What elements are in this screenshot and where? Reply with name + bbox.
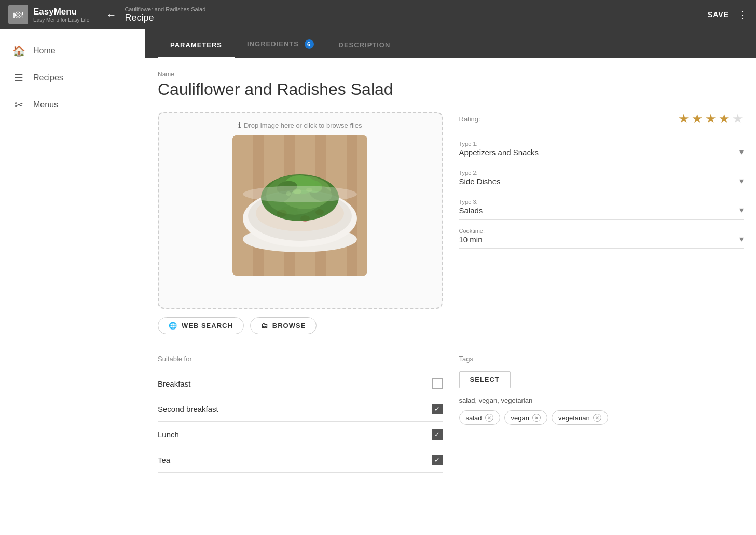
cooktime-label: Cooktime: [459, 228, 740, 234]
star-1[interactable]: ★ [678, 112, 690, 126]
suitable-item-lunch: Lunch [158, 422, 443, 447]
tag-salad-remove[interactable]: ✕ [485, 414, 493, 422]
sidebar: 🏠 Home ☰ Recipes ✂ Menus [0, 29, 145, 535]
type2-dropdown-icon[interactable]: ▾ [739, 176, 744, 186]
suitable-item-breakfast: Breakfast [158, 371, 443, 396]
more-button[interactable]: ⋮ [737, 8, 748, 21]
tag-vegan-label: vegan [511, 414, 529, 422]
logo-subtitle: Easy Menu for Easy Life [33, 17, 89, 23]
tag-chip-salad: salad ✕ [459, 410, 500, 425]
rating-row: Rating: ★ ★ ★ ★ ★ [459, 112, 744, 126]
suitable-col: Suitable for Breakfast Second breakfast … [158, 355, 443, 473]
menus-icon: ✂ [12, 99, 25, 111]
image-hint: ℹ Drop image here or click to browse fil… [238, 121, 362, 129]
tag-chip-vegetarian: vegetarian ✕ [552, 410, 608, 425]
star-5[interactable]: ★ [732, 112, 744, 126]
app-header: 🍽 EasyMenu Easy Menu for Easy Life ← Cau… [0, 0, 756, 29]
sidebar-item-recipes-label: Recipes [33, 73, 63, 83]
type1-inner: Type 1: Appetizers and Snacks [459, 141, 740, 157]
sidebar-item-menus[interactable]: ✂ Menus [0, 91, 145, 118]
type1-value: Appetizers and Snacks [459, 148, 740, 157]
tea-checkbox[interactable] [432, 455, 443, 465]
content-area: PARAMETERS INGREDIENTS 6 DESCRIPTION Nam… [145, 29, 756, 535]
star-4[interactable]: ★ [719, 112, 730, 126]
cooktime-field: Cooktime: 10 min ▾ [459, 224, 744, 249]
hint-icon: ℹ [238, 121, 241, 129]
back-button[interactable]: ← [102, 7, 120, 23]
web-search-icon: 🌐 [169, 322, 177, 330]
tag-chips: salad ✕ vegan ✕ vegetarian ✕ [459, 410, 744, 425]
second-breakfast-checkbox[interactable] [432, 404, 443, 414]
ingredients-badge: 6 [305, 39, 314, 49]
web-search-button[interactable]: 🌐 WEB SEARCH [158, 317, 244, 334]
save-button[interactable]: SAVE [708, 10, 729, 19]
type3-value: Salads [459, 206, 740, 215]
breadcrumb-sub: Cauliflower and Radishes Salad [125, 6, 205, 12]
tab-ingredients[interactable]: INGREDIENTS 6 [235, 31, 326, 58]
star-2[interactable]: ★ [692, 112, 703, 126]
breadcrumb: Cauliflower and Radishes Salad Recipe [125, 6, 205, 23]
right-col: Rating: ★ ★ ★ ★ ★ Type 1: App [459, 112, 744, 334]
tag-vegan-remove[interactable]: ✕ [532, 414, 541, 422]
tag-vegetarian-remove[interactable]: ✕ [593, 414, 601, 422]
type1-label: Type 1: [459, 141, 740, 147]
type3-label: Type 3: [459, 199, 740, 205]
suitable-item-tea: Tea [158, 447, 443, 473]
type2-label: Type 2: [459, 170, 740, 176]
type2-value: Side Dishes [459, 177, 740, 186]
type3-field: Type 3: Salads ▾ [459, 195, 744, 220]
breakfast-checkbox[interactable] [432, 378, 443, 389]
tags-title: Tags [459, 355, 744, 363]
food-image [232, 135, 367, 276]
tags-text: salad, vegan, vegetarian [459, 396, 744, 404]
image-upload-area[interactable]: ℹ Drop image here or click to browse fil… [158, 112, 443, 309]
logo-icon: 🍽 [8, 5, 28, 24]
name-field: Name Cauliflower and Radishes Salad [158, 71, 744, 99]
logo-title: EasyMenu [33, 7, 89, 17]
type1-dropdown-icon[interactable]: ▾ [739, 147, 744, 157]
lunch-checkbox[interactable] [432, 429, 443, 440]
tag-salad-label: salad [466, 414, 482, 422]
browse-icon: 🗂 [261, 322, 268, 330]
recipes-icon: ☰ [12, 72, 25, 84]
svg-point-27 [243, 186, 357, 202]
left-col: ℹ Drop image here or click to browse fil… [158, 112, 443, 334]
sidebar-item-recipes[interactable]: ☰ Recipes [0, 64, 145, 91]
cooktime-dropdown-icon[interactable]: ▾ [739, 234, 744, 244]
rating-label: Rating: [459, 115, 480, 123]
home-icon: 🏠 [12, 45, 25, 57]
breakfast-label: Breakfast [158, 379, 190, 388]
browse-button[interactable]: 🗂 BROWSE [250, 317, 317, 334]
star-3[interactable]: ★ [705, 112, 717, 126]
name-label: Name [158, 71, 744, 78]
scroll-content: Name Cauliflower and Radishes Salad ℹ Dr… [145, 58, 756, 535]
suitable-title: Suitable for [158, 355, 443, 363]
type2-field: Type 2: Side Dishes ▾ [459, 166, 744, 190]
select-tags-button[interactable]: SELECT [459, 371, 511, 388]
type3-inner: Type 3: Salads [459, 199, 740, 215]
two-col-layout: ℹ Drop image here or click to browse fil… [158, 112, 744, 334]
type3-dropdown-icon[interactable]: ▾ [739, 205, 744, 215]
stars[interactable]: ★ ★ ★ ★ ★ [678, 112, 744, 126]
type2-inner: Type 2: Side Dishes [459, 170, 740, 186]
sidebar-item-menus-label: Menus [33, 100, 58, 109]
header-nav: ← Cauliflower and Radishes Salad Recipe [102, 6, 708, 23]
sidebar-item-home[interactable]: 🏠 Home [0, 37, 145, 64]
header-actions: SAVE ⋮ [708, 8, 748, 21]
cooktime-inner: Cooktime: 10 min [459, 228, 740, 244]
tab-parameters[interactable]: PARAMETERS [158, 33, 235, 58]
breadcrumb-title: Recipe [125, 12, 205, 23]
cooktime-value: 10 min [459, 235, 740, 244]
suitable-item-second-breakfast: Second breakfast [158, 396, 443, 422]
main-layout: 🏠 Home ☰ Recipes ✂ Menus PARAMETERS INGR… [0, 29, 756, 535]
lunch-label: Lunch [158, 430, 179, 439]
tags-col: Tags SELECT salad, vegan, vegetarian sal… [459, 355, 744, 473]
tag-chip-vegan: vegan ✕ [504, 410, 547, 425]
bottom-section: Suitable for Breakfast Second breakfast … [158, 355, 744, 473]
recipe-name: Cauliflower and Radishes Salad [158, 80, 744, 99]
tabs-bar: PARAMETERS INGREDIENTS 6 DESCRIPTION [145, 29, 756, 58]
image-buttons: 🌐 WEB SEARCH 🗂 BROWSE [158, 317, 443, 334]
sidebar-item-home-label: Home [33, 46, 56, 56]
tab-description[interactable]: DESCRIPTION [326, 33, 403, 58]
second-breakfast-label: Second breakfast [158, 405, 218, 414]
